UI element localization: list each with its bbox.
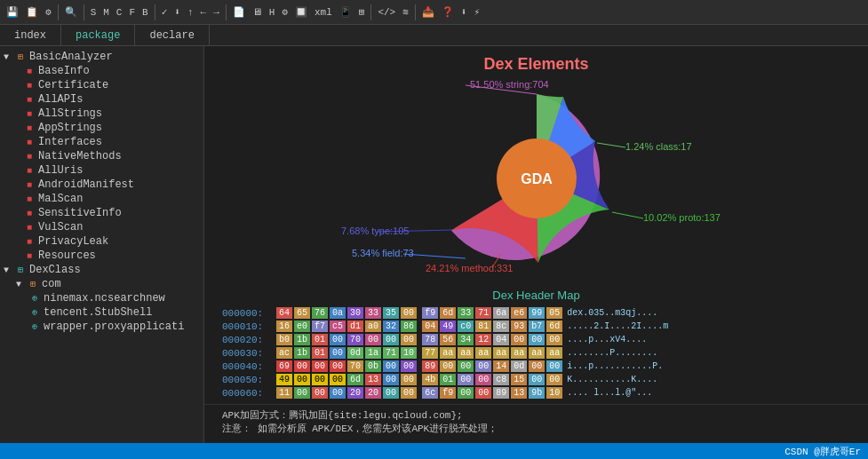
red-square-icon-6: ■ (23, 136, 36, 148)
hex-cell: 10 (546, 387, 562, 399)
sidebar-label-wrapper: wrapper.proxyapplicati (44, 321, 184, 333)
sidebar-dexclass[interactable]: ▼ ⊞ DexClass (0, 263, 203, 277)
toolbar-icon-c[interactable]: C (114, 6, 125, 19)
hex-cell: 20 (347, 387, 363, 399)
hex-cell: 00 (458, 374, 474, 385)
hex-cell: 00 (546, 360, 562, 372)
label-proto: 10.02% proto:137 (643, 212, 721, 223)
hex-cell: 00 (383, 360, 399, 372)
toolbar-icon-search[interactable]: 🔍 (62, 5, 80, 19)
toolbar-icon-xml[interactable]: xml (312, 6, 335, 19)
sidebar-label-allapis: AllAPIs (38, 93, 83, 106)
toolbar-sep-4 (226, 4, 227, 20)
hex-cell: 65 (294, 307, 310, 319)
toolbar-icon-doc[interactable]: 📄 (230, 5, 248, 19)
toolbar-icon-import[interactable]: 📥 (419, 5, 437, 19)
hex-cell: b0 (276, 334, 292, 345)
toolbar-icon-check[interactable]: ✓ (159, 5, 171, 19)
sidebar-item-certificate[interactable]: ■ Certificate (0, 78, 203, 92)
sidebar-item-sensitiveinfo[interactable]: ■ SensitiveInfo (0, 206, 203, 220)
sidebar-item-androidmanifest[interactable]: ■ AndroidManifest (0, 178, 203, 192)
toolbar-icon-help[interactable]: ❓ (439, 5, 457, 19)
hex-cell: 00 (529, 374, 545, 385)
toolbar-icon-phone[interactable]: 📱 (337, 5, 354, 19)
label-method: 24.21% method:331 (426, 263, 513, 273)
sidebar-item-nativemethods[interactable]: ■ NativeMethods (0, 149, 203, 163)
red-square-icon-3: ■ (23, 93, 36, 106)
toolbar-icon-dl[interactable]: ⬇ (458, 5, 470, 19)
sidebar-item-allstrings[interactable]: ■ AllStrings (0, 107, 203, 121)
red-square-icon-13: ■ (23, 235, 36, 248)
tab-declare[interactable]: declare (135, 25, 209, 45)
hex-cell: 12 (475, 334, 491, 345)
sidebar-label-appstrings: AppStrings (38, 122, 102, 134)
hex-cell: 20 (365, 387, 381, 399)
toolbar-icon-grid[interactable]: 🔲 (292, 5, 310, 19)
hex-cell: 04 (422, 321, 438, 332)
toolbar-icon-m[interactable]: M (100, 6, 112, 19)
toolbar-icon-f[interactable]: F (126, 6, 138, 19)
toolbar-icon-copy[interactable]: 📋 (23, 5, 41, 19)
tab-index[interactable]: index (0, 25, 61, 45)
toolbar-icon-save[interactable]: 💾 (4, 5, 21, 19)
sidebar-item-allapis[interactable]: ■ AllAPIs (0, 92, 203, 107)
sidebar-item-baseinfo[interactable]: ■ BaseInfo (0, 64, 203, 78)
toolbar-icon-s[interactable]: S (88, 6, 100, 19)
sidebar-item-resources[interactable]: ■ Resources (0, 249, 203, 263)
tab-package[interactable]: package (61, 25, 135, 45)
header-map-title: Dex Header Map (222, 289, 850, 302)
toolbar-icon-lightning[interactable]: ⚡ (471, 5, 482, 19)
hex-cell: 05 (546, 307, 562, 319)
hex-cell: 70 (347, 360, 363, 372)
hex-cell: 99 (529, 307, 545, 319)
sidebar-item-malscan[interactable]: ■ MalScan (0, 192, 203, 206)
dexclass-icon: ⊞ (14, 264, 27, 276)
toolbar-icon-h[interactable]: H (267, 6, 278, 19)
hex-cell: 16 (276, 321, 292, 332)
hex-cell: 4b (422, 374, 438, 385)
toolbar-icon-settings[interactable]: ⚙ (279, 5, 291, 19)
red-square-icon-12: ■ (23, 221, 36, 233)
toolbar-icon-down-arrow[interactable]: ⬇ (171, 5, 183, 19)
sidebar-item-appstrings[interactable]: ■ AppStrings (0, 121, 203, 135)
toolbar-icon-wave[interactable]: ≋ (400, 5, 411, 19)
hex-cell: 1b (294, 347, 310, 359)
sidebar-root-basicanalyzer[interactable]: ▼ ⊞ BasicAnalyzer (0, 50, 203, 64)
sidebar-label-baseinfo: BaseInfo (38, 65, 90, 77)
hex-cell: aa (493, 347, 509, 359)
toolbar-icon-gear[interactable]: ⚙ (43, 5, 54, 19)
hex-cell: 89 (493, 387, 509, 399)
hex-cell: aa (546, 347, 562, 359)
toolbar-icon-monitor[interactable]: 🖥 (250, 5, 265, 19)
sidebar-label-vulscan: VulScan (38, 221, 83, 233)
label-type: 7.68% type:105 (341, 226, 409, 236)
sidebar-label-com: com (42, 278, 61, 290)
hex-cell: 10 (401, 347, 417, 359)
hex-cell: 30 (347, 307, 363, 319)
sidebar-item-privacyleak[interactable]: ■ PrivacyLeak (0, 234, 203, 249)
hex-cell: 13 (511, 387, 527, 399)
label-field: 5.34% field:73 (352, 248, 414, 258)
sidebar-item-interfaces[interactable]: ■ Interfaces (0, 135, 203, 149)
hex-cell: 00 (458, 387, 474, 399)
sidebar-item-ninemax[interactable]: ⊕ ninemax.ncsearchnew (0, 291, 203, 305)
toolbar-icon-b[interactable]: B (139, 6, 151, 19)
hex-cell: c5 (330, 321, 346, 332)
hex-cell: 00 (294, 360, 310, 372)
red-square-icon-14: ■ (23, 249, 36, 262)
toolbar-icon-right[interactable]: → (211, 6, 222, 19)
hex-cell: 35 (383, 307, 399, 319)
hex-cell: 89 (422, 360, 438, 372)
sidebar-item-tencent[interactable]: ⊕ tencent.StubShell (0, 305, 203, 320)
toolbar-icon-up[interactable]: ↑ (185, 6, 196, 19)
toolbar-icon-code[interactable]: </> (375, 6, 398, 19)
hex-row: 000040:69000000700b000089000000140d0000i… (222, 360, 850, 372)
sidebar-item-alluris[interactable]: ■ AllUris (0, 163, 203, 178)
toolbar-icon-hash[interactable]: ⊞ (356, 5, 368, 19)
class-line (597, 143, 625, 147)
sidebar-item-com[interactable]: ▼ ⊞ com (0, 277, 203, 291)
hex-cell: 33 (365, 307, 381, 319)
sidebar-item-wrapper[interactable]: ⊕ wrapper.proxyapplicati (0, 320, 203, 334)
toolbar-icon-left[interactable]: ← (198, 6, 210, 19)
sidebar-item-vulscan[interactable]: ■ VulScan (0, 220, 203, 234)
